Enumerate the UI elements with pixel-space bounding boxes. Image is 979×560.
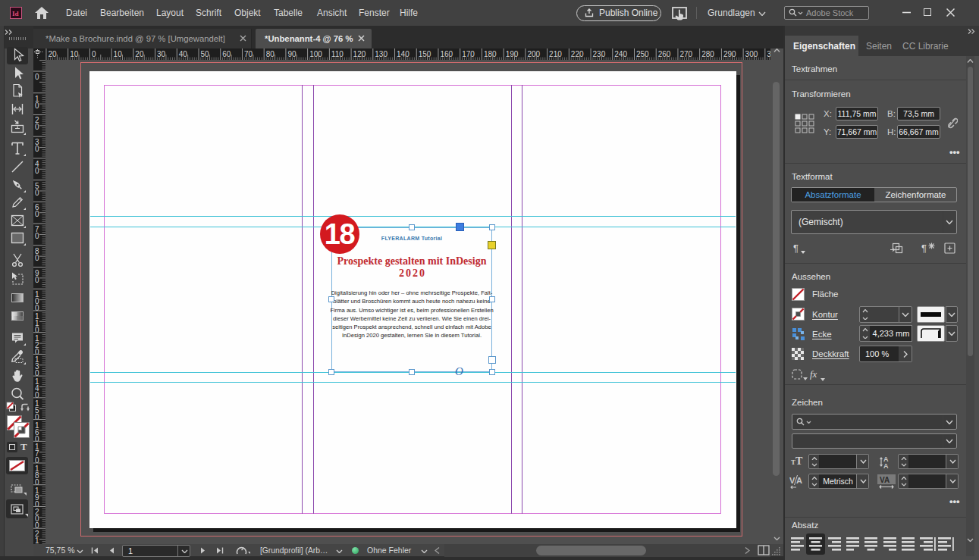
svg-text:40: 40: [179, 50, 188, 58]
svg-text:260: 260: [658, 50, 671, 58]
svg-text:0: 0: [92, 50, 96, 58]
svg-text:180: 180: [484, 50, 497, 58]
svg-text:80: 80: [266, 50, 275, 58]
svg-text:0: 0: [35, 73, 39, 81]
svg-text:110: 110: [331, 50, 344, 58]
svg-text:290: 290: [723, 50, 736, 58]
svg-text:10: 10: [70, 50, 79, 58]
svg-text:VA: VA: [880, 476, 890, 484]
svg-text:200: 200: [527, 50, 540, 58]
svg-text:A: A: [883, 462, 889, 469]
svg-text:0: 0: [35, 348, 39, 356]
svg-text:0: 0: [35, 276, 39, 284]
svg-text:0: 0: [35, 102, 39, 110]
svg-text:250: 250: [636, 50, 649, 58]
svg-text:0: 0: [35, 369, 39, 377]
svg-text:190: 190: [506, 50, 519, 58]
svg-text:220: 220: [571, 50, 584, 58]
svg-text:0: 0: [35, 145, 39, 153]
svg-text:0: 0: [35, 456, 39, 465]
svg-text:300: 300: [745, 50, 758, 58]
svg-text:20: 20: [135, 50, 144, 58]
svg-text:0: 0: [35, 435, 39, 443]
svg-text:0: 0: [35, 500, 39, 508]
svg-text:0: 0: [35, 167, 39, 175]
svg-text:0: 0: [35, 189, 39, 197]
svg-text:0: 0: [35, 478, 39, 486]
svg-text:170: 170: [462, 50, 475, 58]
svg-text:0: 0: [35, 232, 39, 240]
svg-text:0: 0: [35, 326, 39, 334]
svg-text:A: A: [796, 476, 802, 485]
svg-text:0: 0: [35, 210, 39, 218]
svg-text:50: 50: [201, 50, 210, 58]
svg-text:160: 160: [440, 50, 453, 58]
svg-text:60: 60: [222, 50, 231, 58]
svg-text:90: 90: [287, 50, 297, 58]
svg-text:100: 100: [309, 50, 322, 58]
svg-text:20: 20: [48, 50, 57, 58]
svg-text:230: 230: [593, 50, 606, 58]
svg-text:0: 0: [35, 123, 39, 131]
svg-text:0: 0: [35, 304, 39, 312]
svg-text:240: 240: [614, 50, 627, 58]
svg-text:140: 140: [397, 50, 409, 58]
svg-text:0: 0: [35, 391, 39, 399]
svg-text:270: 270: [679, 50, 692, 58]
svg-text:130: 130: [375, 50, 388, 58]
svg-text:0: 0: [35, 413, 39, 421]
svg-text:70: 70: [244, 50, 253, 58]
svg-text:0: 0: [35, 254, 39, 262]
svg-text:10: 10: [114, 50, 123, 58]
svg-text:280: 280: [701, 50, 714, 58]
svg-text:0: 0: [35, 521, 39, 530]
svg-text:210: 210: [549, 50, 562, 58]
svg-text:150: 150: [419, 50, 431, 58]
svg-text:120: 120: [353, 50, 366, 58]
svg-text:30: 30: [157, 50, 166, 58]
